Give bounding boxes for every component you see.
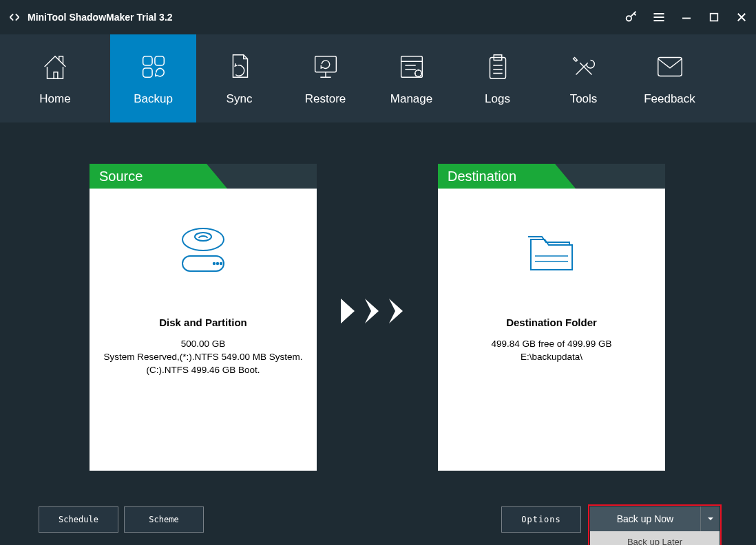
transfer-arrows-icon	[337, 296, 420, 326]
source-detail-1: System Reserved,(*:).NTFS 549.00 MB Syst…	[90, 351, 317, 364]
svg-point-0	[627, 16, 631, 21]
caret-down-icon	[706, 515, 715, 523]
backup-later-label: Back up Later	[627, 537, 682, 546]
svg-rect-5	[315, 56, 336, 72]
nav-label: Manage	[390, 92, 432, 106]
nav-backup[interactable]: Backup	[110, 34, 196, 122]
svg-rect-1	[711, 14, 718, 21]
nav-feedback[interactable]: Feedback	[627, 34, 713, 122]
destination-header: Destination	[438, 164, 665, 189]
tools-icon	[568, 51, 600, 83]
manage-icon	[396, 51, 428, 83]
scheme-button[interactable]: Scheme	[124, 506, 204, 533]
destination-title: Destination Folder	[438, 317, 665, 328]
options-button[interactable]: Options	[501, 506, 581, 533]
backup-now-button[interactable]: Back up Now	[590, 506, 700, 531]
home-icon	[39, 51, 71, 83]
nav-tools[interactable]: Tools	[540, 34, 627, 122]
destination-header-label: Destination	[448, 169, 516, 184]
nav-home[interactable]: Home	[0, 34, 110, 122]
nav-label: Restore	[305, 92, 346, 106]
main-area: Source Disk and Partition 500.00 GB Syst…	[0, 122, 756, 545]
app-title: MiniTool ShadowMaker Trial 3.2	[28, 12, 173, 23]
destination-size: 499.84 GB free of 499.99 GB	[438, 338, 665, 351]
nav-restore[interactable]: Restore	[282, 34, 368, 122]
restore-icon	[310, 51, 342, 83]
app-logo-icon	[7, 10, 22, 25]
svg-rect-9	[658, 58, 682, 76]
source-title: Disk and Partition	[90, 317, 317, 328]
source-header-label: Source	[99, 169, 143, 184]
svg-point-12	[213, 263, 215, 264]
nav-label: Tools	[570, 92, 598, 106]
svg-rect-6	[401, 56, 422, 78]
nav-label: Sync	[227, 92, 253, 106]
minimize-button[interactable]	[679, 10, 694, 25]
backup-icon	[138, 51, 169, 83]
scheme-label: Scheme	[149, 515, 178, 524]
svg-rect-4	[143, 68, 151, 77]
svg-rect-8	[490, 58, 505, 79]
schedule-button[interactable]: Schedule	[39, 506, 118, 533]
schedule-label: Schedule	[59, 515, 98, 524]
svg-point-10	[182, 228, 224, 250]
nav-sync[interactable]: Sync	[196, 34, 282, 122]
backup-now-label: Back up Now	[617, 513, 673, 524]
menu-icon[interactable]	[651, 10, 666, 25]
source-detail-2: (C:).NTFS 499.46 GB Boot.	[90, 364, 317, 377]
nav-label: Home	[39, 92, 70, 106]
svg-point-13	[217, 263, 218, 264]
source-header: Source	[90, 164, 317, 189]
nav-label: Logs	[485, 92, 510, 106]
title-bar: MiniTool ShadowMaker Trial 3.2	[0, 0, 756, 34]
disk-icon	[90, 224, 317, 278]
options-label: Options	[521, 515, 561, 524]
svg-rect-3	[154, 56, 163, 65]
nav-logs[interactable]: Logs	[454, 34, 540, 122]
nav-label: Feedback	[644, 92, 695, 106]
maximize-button[interactable]	[706, 10, 722, 25]
folder-icon	[438, 224, 665, 278]
nav-bar: Home Backup Sync Restore	[0, 34, 756, 122]
destination-path: E:\backupdata\	[438, 351, 665, 364]
nav-label: Backup	[134, 92, 173, 106]
backup-dropdown-toggle[interactable]	[700, 506, 720, 531]
source-size: 500.00 GB	[90, 338, 317, 351]
destination-panel[interactable]: Destination Destination Folder 499.84 GB…	[438, 164, 665, 471]
nav-manage[interactable]: Manage	[368, 34, 454, 122]
sync-icon	[224, 51, 255, 83]
key-icon[interactable]	[624, 10, 639, 25]
svg-rect-2	[143, 56, 151, 65]
backup-later-button[interactable]: Back up Later	[590, 531, 720, 545]
logs-icon	[482, 51, 514, 83]
feedback-icon	[654, 51, 686, 83]
svg-point-14	[220, 263, 222, 264]
close-button[interactable]	[734, 10, 749, 25]
source-panel[interactable]: Source Disk and Partition 500.00 GB Syst…	[90, 164, 317, 471]
backup-split-button: Back up Now Back up Later	[588, 504, 722, 545]
